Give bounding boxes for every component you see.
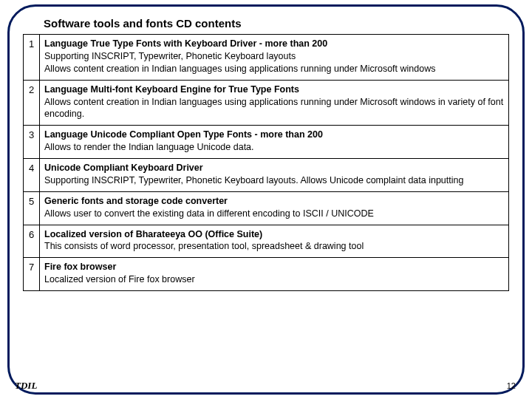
row-number: 1 — [24, 35, 40, 81]
table-row: 4 Unicode Compliant Keyboard Driver Supp… — [24, 159, 509, 192]
row-content: Generic fonts and storage code converter… — [40, 191, 509, 225]
table-row: 7 Fire fox browser Localized version of … — [24, 258, 509, 291]
page-number: 12 — [507, 381, 516, 390]
row-content: Language True Type Fonts with Keyboard D… — [40, 35, 509, 81]
contents-table: 1 Language True Type Fonts with Keyboard… — [23, 34, 509, 291]
slide-frame: Software tools and fonts CD contents 1 L… — [7, 4, 525, 395]
row-number: 7 — [24, 258, 40, 291]
row-number: 4 — [24, 159, 40, 192]
row-number: 2 — [24, 80, 40, 126]
row-line: Allows user to convert the existing data… — [44, 208, 374, 219]
table-row: 6 Localized version of Bharateeya OO (Of… — [24, 225, 509, 258]
row-content: Unicode Compliant Keyboard Driver Suppor… — [40, 159, 509, 192]
table-row: 1 Language True Type Fonts with Keyboard… — [24, 35, 509, 81]
row-line: This consists of word processor, present… — [44, 241, 364, 251]
row-content: Language Multi-font Keyboard Engine for … — [40, 80, 509, 126]
row-content: Fire fox browser Localized version of Fi… — [40, 258, 509, 291]
row-heading: Language Multi-font Keyboard Engine for … — [44, 84, 299, 95]
row-line: Supporting INSCRIPT, Typewriter, Phoneti… — [44, 175, 463, 185]
row-number: 3 — [24, 126, 40, 159]
row-heading: Unicode Compliant Keyboard Driver — [44, 163, 203, 173]
row-number: 6 — [24, 225, 40, 258]
table-row: 5 Generic fonts and storage code convert… — [24, 191, 509, 225]
row-line: Allows content creation in Indian langua… — [44, 97, 503, 120]
row-content: Localized version of Bharateeya OO (Offi… — [40, 225, 509, 258]
page-title: Software tools and fonts CD contents — [23, 17, 509, 34]
row-content: Language Unicode Compliant Open Type Fon… — [40, 126, 509, 159]
row-heading: Language Unicode Compliant Open Type Fon… — [44, 129, 323, 140]
table-row: 3 Language Unicode Compliant Open Type F… — [24, 126, 509, 159]
row-heading: Localized version of Bharateeya OO (Offi… — [44, 229, 262, 239]
row-heading: Fire fox browser — [44, 262, 116, 272]
row-line: Allows to render the Indian language Uni… — [44, 142, 254, 152]
table-row: 2 Language Multi-font Keyboard Engine fo… — [24, 80, 509, 126]
row-line: Localized version of Fire fox browser — [44, 274, 195, 284]
row-heading: Language True Type Fonts with Keyboard D… — [44, 38, 327, 49]
row-line: Supporting INSCRIPT, Typewriter, Phoneti… — [44, 51, 296, 61]
row-heading: Generic fonts and storage code converter — [44, 196, 228, 206]
footer-brand: TDIL — [15, 380, 37, 392]
row-line: Allows content creation in Indian langua… — [44, 64, 435, 74]
row-number: 5 — [24, 191, 40, 225]
